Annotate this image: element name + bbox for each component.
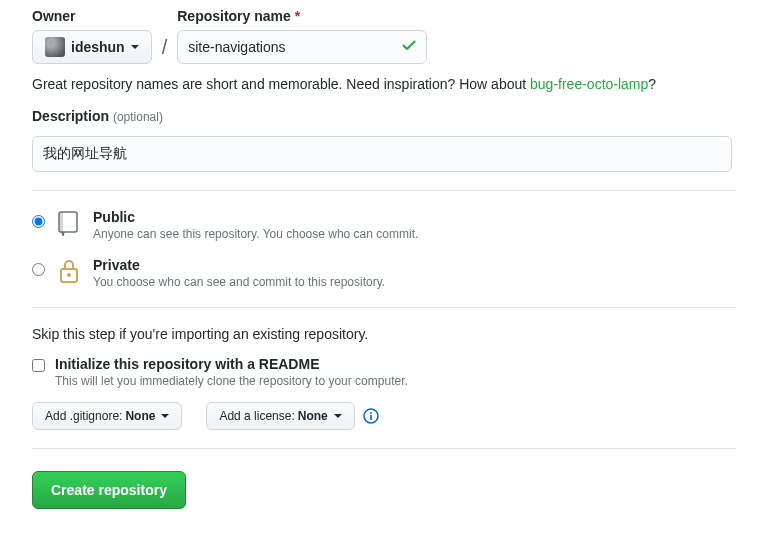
public-radio[interactable] <box>32 215 45 228</box>
divider <box>32 190 736 191</box>
svg-point-7 <box>370 412 372 414</box>
name-hint: Great repository names are short and mem… <box>32 76 736 92</box>
repo-name-field: Repository name * <box>177 8 427 64</box>
owner-label: Owner <box>32 8 152 24</box>
owner-field: Owner ideshun <box>32 8 152 64</box>
chevron-down-icon <box>131 45 139 49</box>
chevron-down-icon <box>334 414 342 418</box>
description-field: Description (optional) <box>32 108 736 172</box>
repo-icon <box>55 209 83 237</box>
public-title: Public <box>93 209 418 225</box>
private-radio[interactable] <box>32 263 45 276</box>
private-subtitle: You choose who can see and commit to thi… <box>93 275 385 289</box>
avatar <box>45 37 65 57</box>
visibility-private-row[interactable]: Private You choose who can see and commi… <box>32 257 736 289</box>
public-subtitle: Anyone can see this repository. You choo… <box>93 227 418 241</box>
slash-separator: / <box>152 30 178 64</box>
optional-indicator: (optional) <box>113 110 163 124</box>
description-label: Description (optional) <box>32 108 736 124</box>
required-indicator: * <box>295 8 300 24</box>
info-icon[interactable] <box>363 408 379 424</box>
suggestion-link[interactable]: bug-free-octo-lamp <box>530 76 648 92</box>
owner-dropdown[interactable]: ideshun <box>32 30 152 64</box>
init-readme-checkbox[interactable] <box>32 359 45 372</box>
svg-rect-8 <box>370 415 372 420</box>
lock-icon <box>55 257 83 285</box>
gitignore-dropdown[interactable]: Add .gitignore:None <box>32 402 182 430</box>
check-icon <box>401 38 417 57</box>
repo-name-input[interactable] <box>177 30 427 64</box>
description-input[interactable] <box>32 136 732 172</box>
divider <box>32 448 736 449</box>
private-title: Private <box>93 257 385 273</box>
chevron-down-icon <box>161 414 169 418</box>
init-readme-row[interactable]: Initialize this repository with a README… <box>32 356 736 388</box>
create-repository-button[interactable]: Create repository <box>32 471 186 509</box>
visibility-public-row[interactable]: Public Anyone can see this repository. Y… <box>32 209 736 241</box>
skip-hint: Skip this step if you're importing an ex… <box>32 326 736 342</box>
license-dropdown[interactable]: Add a license:None <box>206 402 354 430</box>
svg-rect-1 <box>59 212 63 232</box>
repo-name-label: Repository name * <box>177 8 427 24</box>
svg-point-5 <box>67 273 71 277</box>
divider <box>32 307 736 308</box>
init-readme-title: Initialize this repository with a README <box>55 356 408 372</box>
svg-marker-3 <box>61 232 65 236</box>
owner-value: ideshun <box>71 39 125 55</box>
init-readme-subtitle: This will let you immediately clone the … <box>55 374 408 388</box>
